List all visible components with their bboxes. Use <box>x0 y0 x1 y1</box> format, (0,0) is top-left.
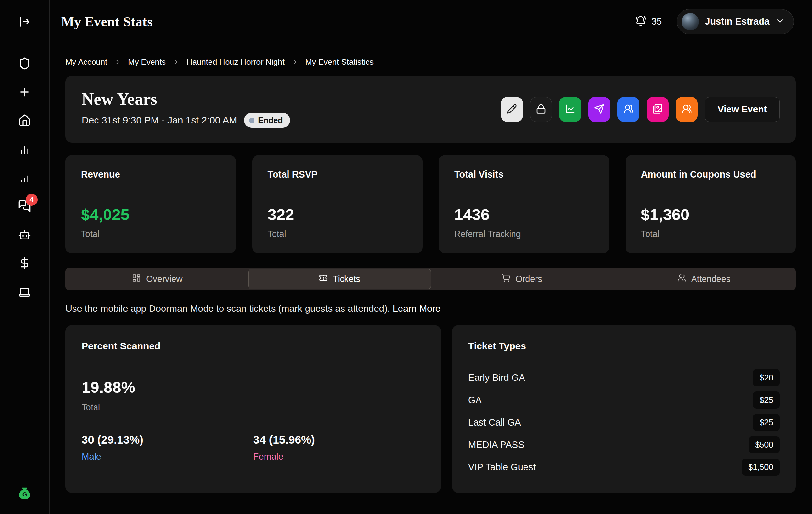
sidebar-collapse-button[interactable] <box>18 15 31 28</box>
stat-title: Total Visits <box>454 169 594 180</box>
bar-chart-ascending-icon <box>18 171 31 184</box>
stat-card-total-visits: Total Visits 1436 Referral Tracking <box>439 155 609 253</box>
doorman-note: Use the mobile app Doorman Mode to scan … <box>65 303 796 314</box>
messages-count-badge: 4 <box>26 194 37 206</box>
chevron-down-icon <box>776 17 784 27</box>
learn-more-link[interactable]: Learn More <box>393 303 441 314</box>
ticket-name: Last Call GA <box>468 417 521 428</box>
sidebar-item-payments[interactable] <box>18 257 31 270</box>
sidebar-item-home[interactable] <box>18 114 31 127</box>
chevron-right-icon <box>291 58 299 66</box>
sidebar-item-devices[interactable] <box>18 285 31 298</box>
ticket-types-card: Ticket Types Early Bird GA $20 GA $25 La… <box>452 325 796 493</box>
chevron-right-icon <box>172 58 180 66</box>
edit-event-button[interactable] <box>501 97 523 122</box>
home-icon <box>18 114 31 127</box>
gender-breakdown: 30 (29.13%) Male 34 (15.96%) Female <box>82 433 425 462</box>
svg-text:G: G <box>22 491 27 498</box>
percent-scanned-title: Percent Scanned <box>82 341 425 352</box>
sidebar-item-messages[interactable]: 4 <box>18 200 31 213</box>
page-title: My Event Stats <box>61 14 152 29</box>
ticket-name: VIP Table Guest <box>468 462 536 472</box>
percent-scanned-card: Percent Scanned 19.88% Total 30 (29.13%)… <box>65 325 441 493</box>
tab-label: Tickets <box>333 274 360 284</box>
ticket-types-title: Ticket Types <box>468 341 780 352</box>
breadcrumb-my-account[interactable]: My Account <box>65 57 107 67</box>
tab-overview[interactable]: Overview <box>66 269 248 290</box>
sidebar-item-admin[interactable] <box>18 57 31 70</box>
stats-row: Revenue $4,025 Total Total RSVP 322 Tota… <box>65 155 796 253</box>
stat-subtitle: Total <box>641 229 781 239</box>
chevron-right-icon <box>114 58 121 66</box>
breadcrumb-event[interactable]: Haunted Houz Horror Night <box>186 57 285 67</box>
ticket-type-row: MEDIA PASS $500 <box>468 436 780 453</box>
sidebar: 4 <box>0 0 50 514</box>
stat-title: Total RSVP <box>268 169 407 180</box>
ticket-type-row: VIP Table Guest $1,500 <box>468 459 780 476</box>
shopping-cart-icon <box>501 273 510 285</box>
ticket-name: GA <box>468 395 482 405</box>
ticket-price-badge: $500 <box>749 436 780 453</box>
sidebar-nav: 4 <box>18 57 31 298</box>
tab-tickets[interactable]: Tickets <box>248 269 431 290</box>
shield-icon <box>18 57 31 70</box>
sidebar-item-create[interactable] <box>18 86 31 99</box>
lock-event-button[interactable] <box>530 97 552 122</box>
status-label: Ended <box>258 116 283 125</box>
stat-subtitle: Referral Tracking <box>454 229 594 239</box>
sidebar-item-analytics[interactable] <box>18 171 31 184</box>
stat-value: $1,360 <box>641 207 781 223</box>
status-dot <box>249 118 255 123</box>
ticket-icon <box>319 273 328 285</box>
sidebar-item-bot[interactable] <box>18 228 31 241</box>
stat-value: 1436 <box>454 207 594 223</box>
tab-orders[interactable]: Orders <box>431 269 613 290</box>
stats-tabs: Overview Tickets Orders <box>65 268 796 290</box>
percent-scanned-value: 19.88% <box>82 379 425 396</box>
doorman-note-text: Use the mobile app Doorman Mode to scan … <box>65 303 390 314</box>
event-date-range: Dec 31st 9:30 PM - Jan 1st 2:00 AM <box>82 115 237 126</box>
ticket-type-row: GA $25 <box>468 391 780 409</box>
event-team-button[interactable] <box>676 97 698 122</box>
stat-title: Revenue <box>81 169 221 180</box>
money-bag-icon: G <box>17 486 32 501</box>
lock-icon <box>536 104 546 115</box>
ticket-name: MEDIA PASS <box>468 439 524 450</box>
male-label: Male <box>82 452 253 462</box>
dollar-icon <box>18 257 31 270</box>
main-area: My Event Stats 35 Justin Estrada <box>50 0 812 514</box>
ticket-price-badge: $25 <box>753 414 780 431</box>
avatar <box>682 13 699 30</box>
event-analytics-button[interactable] <box>559 97 581 122</box>
ticket-price-badge: $20 <box>753 369 780 386</box>
tab-label: Orders <box>516 274 542 284</box>
ticket-name: Early Bird GA <box>468 372 525 383</box>
users-round-icon <box>682 104 692 115</box>
bot-icon <box>18 228 31 241</box>
event-actions: View Event <box>501 97 780 122</box>
event-title: New Years <box>82 91 290 108</box>
sidebar-item-earnings[interactable]: G <box>17 486 32 501</box>
stat-title: Amount in Coupons Used <box>641 169 781 180</box>
stat-card-total-rsvp: Total RSVP 322 Total <box>252 155 423 253</box>
breadcrumb-event-statistics[interactable]: My Event Statistics <box>305 57 374 67</box>
images-icon <box>652 104 663 115</box>
view-event-button[interactable]: View Event <box>705 97 780 122</box>
send-icon <box>594 104 605 115</box>
guest-list-button[interactable] <box>617 97 639 122</box>
bottom-row: Percent Scanned 19.88% Total 30 (29.13%)… <box>65 325 796 493</box>
breadcrumb-my-events[interactable]: My Events <box>128 57 166 67</box>
send-invites-button[interactable] <box>588 97 610 122</box>
event-media-button[interactable] <box>646 97 669 122</box>
stat-value: 322 <box>268 207 407 223</box>
users-round-icon <box>623 104 634 115</box>
user-menu-button[interactable]: Justin Estrada <box>677 9 794 34</box>
panel-open-icon <box>18 15 31 28</box>
layout-dashboard-icon <box>132 273 141 285</box>
notifications-button[interactable]: 35 <box>633 15 664 28</box>
female-breakdown: 34 (15.96%) Female <box>253 433 425 462</box>
sidebar-item-stats[interactable] <box>18 143 31 156</box>
tab-attendees[interactable]: Attendees <box>613 269 795 290</box>
ticket-type-row: Early Bird GA $20 <box>468 369 780 386</box>
topbar: My Event Stats 35 Justin Estrada <box>50 0 812 44</box>
